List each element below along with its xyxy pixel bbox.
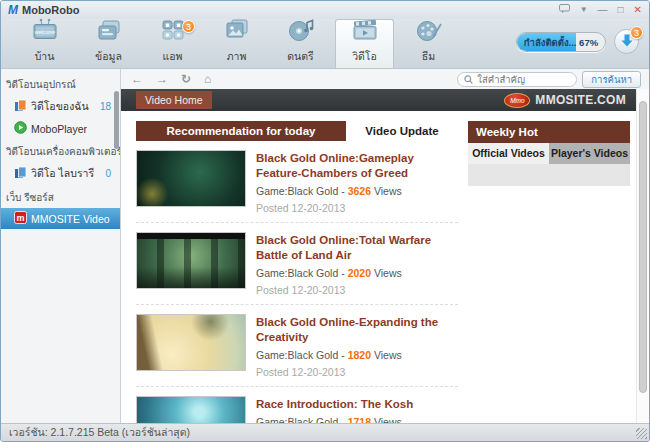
mmosite-logo[interactable]: Mmo MMOSITE.COM [504, 93, 626, 108]
navbar: welcome บ้าน ข้อมูล [1, 19, 649, 69]
menu-dropdown-icon[interactable]: ▼ [580, 6, 588, 14]
page-scrollbar-thumb[interactable] [639, 101, 647, 393]
video-thumbnail[interactable] [136, 150, 246, 207]
nav-tab-music[interactable]: ดนตรี [271, 19, 330, 68]
tab-recommendation[interactable]: Recommendation for today [136, 121, 346, 141]
sidebar-item-video-library[interactable]: วิดีโอ ไลบรารี 0 [1, 162, 120, 185]
minimize-button[interactable]: — [598, 5, 608, 15]
video-views-count: 3626 [348, 185, 371, 197]
moborobo-window: M MoboRobo ▼ — □ ✕ welcome [0, 0, 650, 442]
nav-right: กำลังติดตั้ง... 67% 3 [516, 19, 639, 68]
tab-video-update[interactable]: Video Update [346, 121, 458, 141]
download-badge: 3 [630, 26, 643, 39]
nav-tab-apps[interactable]: แอพ 3 [143, 19, 202, 68]
search-button[interactable]: การค้นหา [582, 71, 641, 88]
video-list-item: Black Gold Online:Gameplay Feature-Chamb… [136, 141, 458, 223]
weekly-hot-tabs: Official Videos Player's Videos [468, 143, 630, 164]
sidebar-item-label: MoboPlayer [31, 123, 87, 135]
site-header-bar: Video Home Mmo MMOSITE.COM [121, 89, 636, 111]
browser-view: Video Home Mmo MMOSITE.COM Recommendatio… [121, 89, 649, 423]
nav-tab-data[interactable]: ข้อมูล [79, 19, 138, 68]
refresh-icon[interactable]: ↻ [181, 73, 191, 85]
content-area: ← → ↻ ⌂ การค้นหา Video [121, 69, 649, 423]
video-game-line: Game:Black Gold - 2020 Views [256, 267, 458, 279]
nav-tab-label: ข้อมูล [95, 48, 122, 65]
install-progress-bar[interactable]: กำลังติดตั้ง... 67% [516, 32, 606, 52]
sidebar-item-label: MMOSITE Video [31, 213, 110, 225]
weekly-hot-panel: Weekly Hot Official Videos Player's Vide… [468, 121, 630, 423]
nav-tab-video[interactable]: วิดีโอ [335, 19, 394, 68]
video-title-link[interactable]: Black Gold Online:Total Warfare Battle o… [256, 233, 458, 263]
video-title-link[interactable]: Race Introduction: The Kosh [256, 397, 458, 412]
nav-tab-label: ดนตรี [287, 48, 313, 65]
weekly-hot-title: Weekly Hot [468, 121, 630, 143]
video-list-column: Recommendation for today Video Update Bl… [136, 121, 458, 423]
version-text: เวอร์ชัน: 2.1.7.215 Beta (เวอร์ชันล่าสุด… [9, 424, 190, 441]
download-queue-button[interactable]: 3 [614, 29, 639, 54]
svg-text:m: m [16, 213, 24, 223]
feedback-icon[interactable] [559, 4, 570, 16]
video-clapper-icon [350, 17, 380, 47]
video-views-count: 2020 [348, 267, 371, 279]
forward-icon[interactable]: → [156, 73, 168, 85]
sidebar-item-moboplayer[interactable]: MoboPlayer [1, 118, 120, 139]
video-thumbnail[interactable] [136, 232, 246, 289]
browser-toolbar: ← → ↻ ⌂ การค้นหา [121, 69, 649, 89]
video-list-tabs: Recommendation for today Video Update [136, 121, 458, 141]
video-info: Black Gold Online:Gameplay Feature-Chamb… [256, 150, 458, 214]
search-input[interactable] [477, 74, 570, 85]
data-cards-icon [94, 17, 124, 47]
video-list-item: Race Introduction: The Kosh Game:Black G… [136, 387, 458, 423]
page-scrollbar[interactable] [636, 89, 649, 423]
video-thumbnail[interactable] [136, 314, 246, 371]
mmosite-logo-icon: Mmo [504, 93, 530, 108]
sidebar-item-mmosite-video[interactable]: m MMOSITE Video [1, 208, 120, 229]
nav-tabs: welcome บ้าน ข้อมูล [15, 19, 458, 68]
maximize-button[interactable]: □ [618, 5, 624, 15]
video-game-line: Game:Black Gold - 1820 Views [256, 349, 458, 361]
video-title-link[interactable]: Black Gold Online:Gameplay Feature-Chamb… [256, 151, 458, 181]
nav-tab-label: แอพ [163, 48, 183, 65]
nav-tab-home[interactable]: welcome บ้าน [15, 19, 74, 68]
mmosite-icon: m [14, 211, 27, 226]
install-progress-label: กำลังติดตั้ง... 67% [517, 33, 605, 51]
sidebar-item-label: วิดีโอของฉัน [31, 98, 89, 115]
video-info: Black Gold Online:Total Warfare Battle o… [256, 232, 458, 296]
video-posted-date: Posted 12-20-2013 [256, 284, 458, 296]
nav-tab-label: บ้าน [35, 48, 55, 65]
video-title-link[interactable]: Black Gold Online-Expanding the Creativi… [256, 315, 458, 345]
video-library-icon [14, 166, 27, 181]
sidebar: วิดีโอบนอุปกรณ์ วิดีโอของฉัน 18 [1, 69, 121, 423]
toolbar-nav-icons: ← → ↻ ⌂ [131, 73, 211, 85]
back-icon[interactable]: ← [131, 73, 143, 85]
video-list-item: Black Gold Online-Expanding the Creativi… [136, 305, 458, 387]
nav-tab-theme[interactable]: ธีม [399, 19, 458, 68]
moboplayer-icon [14, 121, 27, 136]
apps-badge: 3 [182, 20, 195, 33]
nav-tab-label: ภาพ [227, 48, 247, 65]
nav-tab-photos[interactable]: ภาพ [207, 19, 266, 68]
video-game-line: Game:Black Gold - 1718 Views [256, 416, 458, 423]
photos-icon [222, 17, 252, 47]
video-home-tab[interactable]: Video Home [136, 91, 212, 109]
statusbar: เวอร์ชัน: 2.1.7.215 Beta (เวอร์ชันล่าสุด… [1, 423, 649, 441]
page-body: Recommendation for today Video Update Bl… [121, 111, 636, 423]
sidebar-item-my-videos[interactable]: วิดีโอของฉัน 18 [1, 95, 120, 118]
video-posted-date: Posted 12-20-2013 [256, 366, 458, 378]
search-box [457, 72, 577, 87]
video-thumbnail[interactable] [136, 396, 246, 423]
video-posted-date: Posted 12-20-2013 [256, 202, 458, 214]
svg-text:welcome: welcome [34, 29, 55, 35]
sidebar-scrollbar[interactable] [114, 91, 119, 149]
sidebar-section-device-videos: วิดีโอบนอุปกรณ์ [1, 72, 120, 95]
resize-grip[interactable] [636, 428, 647, 439]
device-videos-icon [14, 99, 27, 114]
home-icon[interactable]: ⌂ [204, 73, 211, 85]
tab-official-videos[interactable]: Official Videos [468, 143, 549, 164]
close-button[interactable]: ✕ [634, 5, 642, 15]
tab-players-videos[interactable]: Player's Videos [549, 143, 630, 164]
app-title: MoboRobo [22, 4, 79, 16]
theme-palette-icon [414, 17, 444, 47]
search-icon [464, 70, 473, 88]
video-info: Race Introduction: The Kosh Game:Black G… [256, 396, 458, 423]
